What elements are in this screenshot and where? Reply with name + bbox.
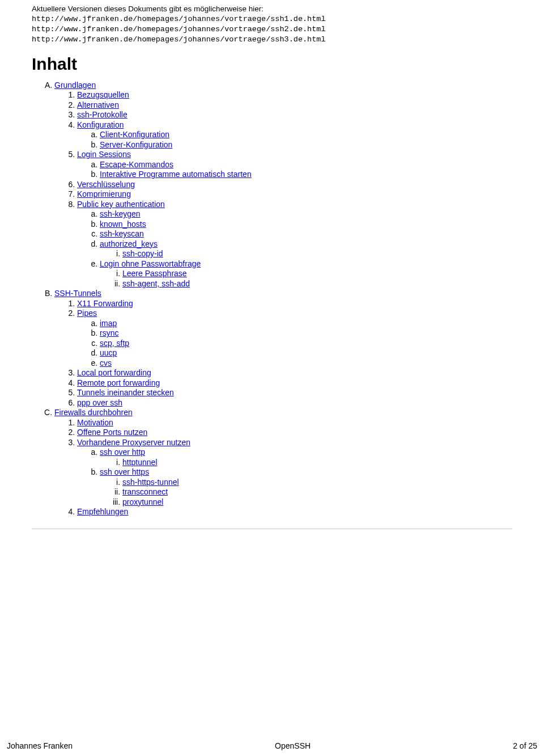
link-ssh-over-http[interactable]: ssh over http	[100, 447, 145, 457]
link-transconnect[interactable]: transconnect	[122, 487, 168, 496]
link-known-hosts[interactable]: known_hosts	[100, 219, 146, 229]
url-line: http://www.jfranken.de/homepages/johanne…	[32, 35, 512, 45]
footer-author: Johannes Franken	[7, 741, 73, 750]
footer-page: 2 of 25	[513, 741, 537, 750]
toc-item: Escape-Kommandos	[100, 160, 512, 170]
version-notice: Aktuellere Versionen dieses Dokuments gi…	[32, 5, 512, 13]
toc-item: rsync	[100, 328, 512, 339]
link-interaktive-programme[interactable]: Interaktive Programme automatisch starte…	[100, 170, 252, 179]
link-verschluesselung[interactable]: Verschlüsselung	[77, 180, 135, 189]
toc-section-b: SSH-Tunnels X11 Forwarding Pipes imap rs…	[54, 289, 512, 408]
toc-item: Login ohne Passwortabfrage Leere Passphr…	[100, 259, 512, 289]
link-ssh-copy-id[interactable]: ssh-copy-id	[122, 249, 163, 258]
link-ssh-over-https[interactable]: ssh over https	[100, 467, 149, 476]
link-local-port-forwarding[interactable]: Local port forwarding	[77, 368, 151, 377]
link-authorized-keys[interactable]: authorized_keys	[100, 239, 158, 248]
toc-section-c: Firewalls durchbohren Motivation Offene …	[54, 408, 512, 517]
divider	[32, 529, 512, 529]
toc-item: ssh-https-tunnel	[122, 478, 512, 488]
link-login-ohne-passwort[interactable]: Login ohne Passwortabfrage	[100, 259, 201, 268]
toc-item: Interaktive Programme automatisch starte…	[100, 170, 512, 180]
toc-item: Vorhandene Proxyserver nutzen ssh over h…	[77, 438, 512, 508]
toc-item: ssh-copy-id	[122, 249, 512, 259]
link-uucp[interactable]: uucp	[100, 348, 117, 357]
toc-item: ssh-Protokolle	[77, 110, 512, 120]
toc-item: Server-Konfiguration	[100, 140, 512, 150]
toc-item: authorized_keys ssh-copy-id	[100, 239, 512, 259]
link-httptunnel[interactable]: httptunnel	[122, 458, 158, 467]
toc-item: httptunnel	[122, 458, 512, 468]
toc-item: uucp	[100, 348, 512, 358]
toc-item: ssh-keyscan	[100, 229, 512, 239]
toc-item: Konfiguration Client-Konfiguration Serve…	[77, 120, 512, 150]
link-empfehlungen[interactable]: Empfehlungen	[77, 507, 128, 516]
toc-item: imap	[100, 319, 512, 329]
link-vorhandene-proxyserver[interactable]: Vorhandene Proxyserver nutzen	[77, 438, 190, 447]
url-line: http://www.jfranken.de/homepages/johanne…	[32, 14, 512, 24]
link-leere-passphrase[interactable]: Leere Passphrase	[122, 269, 187, 278]
page-title: Inhalt	[32, 54, 512, 74]
page-footer: Johannes Franken OpenSSH 2 of 25	[0, 741, 544, 750]
link-bezugsquellen[interactable]: Bezugsquellen	[77, 90, 129, 99]
toc-item: Remote port forwarding	[77, 378, 512, 388]
toc-item: scp, sftp	[100, 339, 512, 349]
link-client-konfiguration[interactable]: Client-Konfiguration	[100, 130, 169, 139]
toc-item: Komprimierung	[77, 189, 512, 200]
link-tunnels-ineinander[interactable]: Tunnels ineinander stecken	[77, 388, 174, 397]
link-ssh-tunnels[interactable]: SSH-Tunnels	[54, 289, 101, 298]
toc-item: known_hosts	[100, 219, 512, 230]
toc-item: transconnect	[122, 487, 512, 497]
link-komprimierung[interactable]: Komprimierung	[77, 189, 131, 198]
link-motivation[interactable]: Motivation	[77, 418, 113, 427]
link-login-sessions[interactable]: Login Sessions	[77, 150, 131, 159]
link-ssh-keyscan[interactable]: ssh-keyscan	[100, 229, 144, 238]
link-escape-kommandos[interactable]: Escape-Kommandos	[100, 160, 173, 169]
link-scp-sftp[interactable]: scp, sftp	[100, 339, 129, 348]
link-ssh-agent[interactable]: ssh-agent, ssh-add	[122, 279, 190, 288]
toc-item: Local port forwarding	[77, 368, 512, 378]
link-ppp-over-ssh[interactable]: ppp over ssh	[77, 398, 122, 407]
url-list: http://www.jfranken.de/homepages/johanne…	[32, 14, 512, 45]
footer-title: OpenSSH	[275, 741, 311, 750]
link-alternativen[interactable]: Alternativen	[77, 100, 119, 109]
link-cvs[interactable]: cvs	[100, 358, 112, 368]
link-x11-forwarding[interactable]: X11 Forwarding	[77, 299, 133, 308]
link-rsync[interactable]: rsync	[100, 328, 118, 337]
url-line: http://www.jfranken.de/homepages/johanne…	[32, 24, 512, 35]
toc-item: Empfehlungen	[77, 507, 512, 517]
link-grundlagen[interactable]: Grundlagen	[54, 81, 96, 90]
link-konfiguration[interactable]: Konfiguration	[77, 120, 124, 129]
toc-item: ssh-keygen	[100, 209, 512, 219]
toc-item: Client-Konfiguration	[100, 130, 512, 140]
link-offene-ports[interactable]: Offene Ports nutzen	[77, 428, 147, 437]
link-remote-port-forwarding[interactable]: Remote port forwarding	[77, 378, 160, 387]
toc-item: Alternativen	[77, 100, 512, 111]
toc-item: Offene Ports nutzen	[77, 428, 512, 438]
toc-section-a: Grundlagen Bezugsquellen Alternativen ss…	[54, 81, 512, 289]
toc-item: Bezugsquellen	[77, 90, 512, 100]
link-proxytunnel[interactable]: proxytunnel	[122, 497, 163, 506]
toc-item: X11 Forwarding	[77, 299, 512, 309]
link-pipes[interactable]: Pipes	[77, 309, 97, 318]
toc-item: Public key authentication ssh-keygen kno…	[77, 200, 512, 289]
toc-item: Verschlüsselung	[77, 180, 512, 190]
link-firewalls-durchbohren[interactable]: Firewalls durchbohren	[54, 408, 133, 417]
toc-item: ssh-agent, ssh-add	[122, 279, 512, 289]
toc-item: cvs	[100, 358, 512, 369]
toc-item: Motivation	[77, 418, 512, 428]
toc-item: ssh over http httptunnel	[100, 447, 512, 467]
toc-item: Leere Passphrase	[122, 269, 512, 279]
toc-item: proxytunnel	[122, 497, 512, 508]
toc-item: Pipes imap rsync scp, sftp uucp cvs	[77, 309, 512, 368]
toc-item: ppp over ssh	[77, 398, 512, 408]
toc-root: Grundlagen Bezugsquellen Alternativen ss…	[32, 81, 512, 517]
link-public-key-auth[interactable]: Public key authentication	[77, 200, 165, 209]
link-ssh-keygen[interactable]: ssh-keygen	[100, 209, 141, 218]
link-ssh-protokolle[interactable]: ssh-Protokolle	[77, 110, 128, 119]
toc-item: Tunnels ineinander stecken	[77, 388, 512, 398]
link-imap[interactable]: imap	[100, 319, 117, 328]
link-server-konfiguration[interactable]: Server-Konfiguration	[100, 140, 172, 149]
toc-item: ssh over https ssh-https-tunnel transcon…	[100, 467, 512, 507]
link-ssh-https-tunnel[interactable]: ssh-https-tunnel	[122, 478, 179, 487]
toc-item: Login Sessions Escape-Kommandos Interakt…	[77, 150, 512, 180]
